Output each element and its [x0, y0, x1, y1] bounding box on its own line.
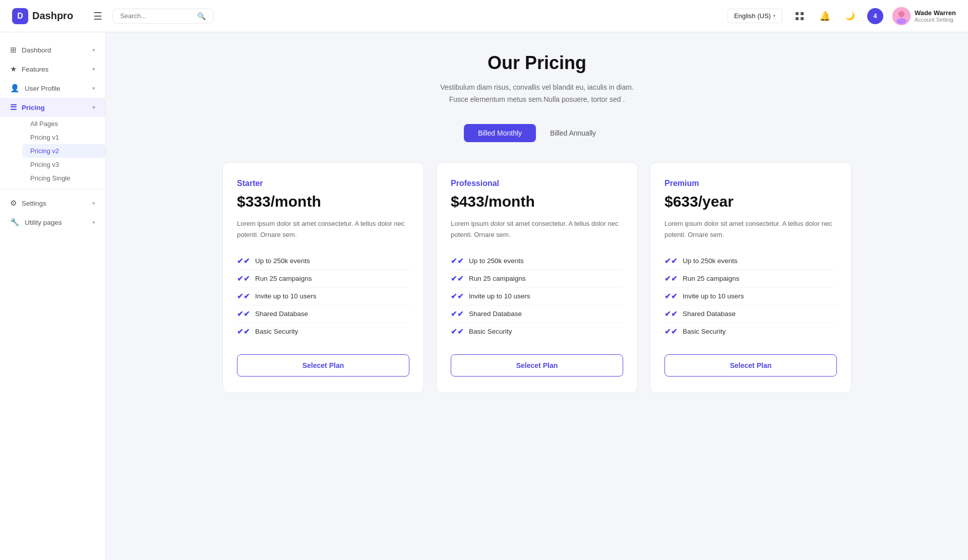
utility-icon: 🔧 [10, 218, 20, 227]
sidebar-sub-pricing-v1[interactable]: Pricing v1 [22, 131, 105, 144]
pricing-title: Our Pricing [126, 52, 948, 74]
premium-plan-features: ✔✔ Up to 250k events ✔✔ Run 25 campaigns… [664, 253, 837, 340]
main-content: Our Pricing Vestibulum diam risus, conva… [106, 32, 968, 560]
svg-rect-2 [796, 17, 799, 20]
check-icon: ✔✔ [664, 274, 678, 283]
sidebar-item-pricing[interactable]: ☰ Pricing ▾ [0, 98, 105, 117]
sidebar-item-label: Pricing [22, 104, 45, 111]
list-item: ✔✔ Shared Database [451, 305, 623, 323]
list-item: ✔✔ Run 25 campaigns [237, 270, 409, 288]
svg-point-6 [896, 18, 906, 24]
sidebar: ⊞ Dashbord ▾ ★ Features ▾ 👤 User Profile… [0, 32, 106, 560]
chevron-down-icon: ▾ [92, 200, 95, 207]
svg-rect-0 [796, 12, 799, 15]
list-item: ✔✔ Up to 250k events [451, 253, 623, 270]
starter-plan-price: $333/month [237, 193, 409, 210]
check-icon: ✔✔ [664, 327, 678, 336]
check-icon: ✔✔ [451, 327, 464, 336]
professional-plan-desc: Lorem ipsum dolor sit amet consectetur. … [451, 218, 623, 240]
billing-annually-button[interactable]: Billed Annually [536, 124, 610, 142]
check-icon: ✔✔ [237, 292, 250, 301]
search-input[interactable] [120, 12, 193, 20]
sidebar-sub-pricing-single[interactable]: Pricing Single [22, 171, 105, 185]
pricing-header: Our Pricing Vestibulum diam risus, conva… [126, 52, 948, 106]
pricing-subtitle-line1: Vestibulum diam risus, convallis vel bla… [126, 82, 948, 94]
starter-select-button[interactable]: Selecet Plan [237, 354, 409, 377]
list-item: ✔✔ Basic Security [664, 323, 837, 340]
language-label: English (US) [734, 12, 771, 20]
check-icon: ✔✔ [664, 292, 678, 301]
sidebar-item-user-profile[interactable]: 👤 User Profile ▾ [0, 79, 105, 98]
dashboard-icon: ⊞ [10, 45, 17, 54]
billing-monthly-button[interactable]: Billed Monthly [464, 124, 536, 142]
user-text: Wade Warren Account Setting [915, 9, 956, 23]
check-icon: ✔✔ [237, 327, 250, 336]
dark-mode-toggle[interactable]: 🌙 [842, 8, 858, 24]
sidebar-sub-pricing-v3[interactable]: Pricing v3 [22, 158, 105, 171]
check-icon: ✔✔ [237, 257, 250, 266]
list-item: ✔✔ Up to 250k events [237, 253, 409, 270]
check-icon: ✔✔ [451, 274, 464, 283]
premium-select-button[interactable]: Selecet Plan [664, 354, 837, 377]
bell-icon: 🔔 [819, 11, 830, 22]
check-icon: ✔✔ [451, 292, 464, 301]
pricing-icon: ☰ [10, 103, 17, 112]
badge-icon-button[interactable]: 4 [867, 8, 883, 24]
sidebar-item-label: Settings [22, 200, 46, 207]
pricing-subtitle-line2: Fusce elementum metus sem.Nulla posuere,… [126, 94, 948, 106]
avatar [892, 7, 911, 25]
grid-icon-button[interactable] [792, 8, 808, 24]
professional-plan-features: ✔✔ Up to 250k events ✔✔ Run 25 campaigns… [451, 253, 623, 340]
list-item: ✔✔ Basic Security [237, 323, 409, 340]
check-icon: ✔✔ [237, 274, 250, 283]
professional-plan-name: Professional [451, 179, 623, 188]
sidebar-sub-pricing-v2[interactable]: Pricing v2 [22, 144, 105, 158]
badge-count: 4 [873, 12, 877, 20]
premium-plan-name: Premium [664, 179, 837, 188]
user-name: Wade Warren [915, 9, 956, 17]
language-selector[interactable]: English (US) ▾ [728, 9, 782, 23]
list-item: ✔✔ Run 25 campaigns [664, 270, 837, 288]
list-item: ✔✔ Invite up to 10 users [664, 288, 837, 305]
sidebar-item-utility[interactable]: 🔧 Utility pages ▾ [0, 213, 105, 232]
check-icon: ✔✔ [451, 309, 464, 319]
starter-plan-card: Starter $333/month Lorem ipsum dolor sit… [222, 162, 424, 393]
check-icon: ✔✔ [664, 309, 678, 319]
professional-plan-price: $433/month [451, 193, 623, 210]
svg-point-5 [898, 11, 904, 17]
search-icon: 🔍 [197, 12, 206, 20]
list-item: ✔✔ Invite up to 10 users [451, 288, 623, 305]
user-role: Account Setting [915, 17, 956, 23]
pricing-submenu: All Pages Pricing v1 Pricing v2 Pricing … [0, 117, 105, 185]
settings-icon: ⚙ [10, 199, 17, 208]
sidebar-item-settings[interactable]: ⚙ Settings ▾ [0, 194, 105, 213]
check-icon: ✔✔ [451, 257, 464, 266]
starter-plan-features: ✔✔ Up to 250k events ✔✔ Run 25 campaigns… [237, 253, 409, 340]
billing-toggle: Billed Monthly Billed Annually [126, 124, 948, 142]
user-info[interactable]: Wade Warren Account Setting [892, 7, 956, 25]
sidebar-divider [0, 189, 105, 190]
starter-plan-desc: Lorem ipsum dolor sit amet consectetur. … [237, 218, 409, 240]
premium-plan-card: Premium $633/year Lorem ipsum dolor sit … [650, 162, 852, 393]
list-item: ✔✔ Invite up to 10 users [237, 288, 409, 305]
logo[interactable]: D Dashpro [12, 8, 73, 24]
star-icon: ★ [10, 65, 17, 74]
user-icon: 👤 [10, 84, 20, 93]
sidebar-sub-all-pages[interactable]: All Pages [22, 117, 105, 131]
chevron-down-icon: ▾ [92, 66, 95, 73]
sidebar-item-dashboard[interactable]: ⊞ Dashbord ▾ [0, 40, 105, 59]
chevron-down-icon: ▾ [92, 104, 95, 111]
list-item: ✔✔ Shared Database [237, 305, 409, 323]
sidebar-item-label: Dashbord [22, 46, 51, 54]
chevron-down-icon: ▾ [92, 47, 95, 53]
notification-icon-button[interactable]: 🔔 [817, 8, 833, 24]
hamburger-button[interactable]: ☰ [93, 10, 102, 22]
professional-select-button[interactable]: Selecet Plan [451, 354, 623, 377]
sidebar-item-features[interactable]: ★ Features ▾ [0, 59, 105, 79]
sidebar-item-label: User Profile [25, 85, 60, 92]
svg-rect-1 [801, 12, 804, 15]
logo-icon: D [12, 8, 28, 24]
search-bar: 🔍 [112, 9, 213, 24]
logo-name: Dashpro [32, 10, 73, 22]
chevron-down-icon: ▾ [773, 13, 776, 19]
